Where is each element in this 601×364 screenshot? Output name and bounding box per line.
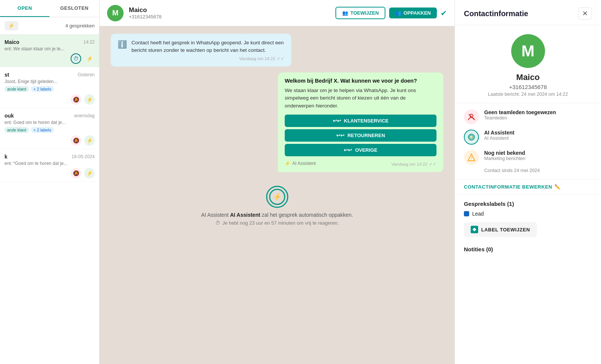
label-icon bbox=[471, 226, 478, 233]
contact-time: woensdag bbox=[74, 113, 95, 118]
bolt-icon: ⚡ bbox=[84, 53, 95, 64]
clock-icon: ⏱ bbox=[215, 220, 220, 226]
header-name: Maico bbox=[129, 6, 330, 14]
system-message-content: Contact heeft het gesprek in WhatsApp ge… bbox=[131, 39, 284, 61]
team-row: Geen teamleden toegewezen Teamleden bbox=[464, 109, 592, 124]
bell-off-icon: 🔕 bbox=[71, 135, 81, 146]
bot-btn-overige[interactable]: ↩↩ OVERIGE bbox=[285, 144, 436, 156]
bot-message-title: Welkom bij Bedrijf X. Wat kunnen we voor… bbox=[285, 78, 436, 84]
contact-name: ouk bbox=[5, 113, 14, 119]
tag: + 2 labels bbox=[31, 86, 54, 92]
notes-section-title: Notities (0) bbox=[455, 243, 601, 256]
gesprekken-count: 4 gesprekken bbox=[65, 23, 95, 29]
profile-phone: +31612345678 bbox=[464, 84, 592, 90]
header-phone: +31612345678 bbox=[129, 14, 330, 20]
ai-assistent-icon: ⚡ bbox=[464, 130, 479, 145]
tab-closed[interactable]: GESLOTEN bbox=[50, 0, 99, 17]
chat-header: M Maico +31612345678 👥 TOEWIJZEN 👥 OPPAK… bbox=[100, 0, 455, 26]
bot-btn-retourneren[interactable]: ↩↩ RETOURNEREN bbox=[285, 129, 436, 142]
svg-text:⚡: ⚡ bbox=[273, 193, 282, 201]
assign-icon: 👥 bbox=[342, 10, 348, 16]
system-message-time: Vandaag om 14:22 ✓✓ bbox=[131, 56, 284, 61]
system-message-text: Contact heeft het gesprek in WhatsApp ge… bbox=[131, 39, 284, 54]
sidebar-header: ⚡ 4 gesprekken bbox=[0, 17, 99, 35]
messages-area: ℹ️ Contact heeft het gesprek in WhatsApp… bbox=[100, 26, 455, 364]
oppakken-button[interactable]: 👥 OPPAKKEN bbox=[389, 8, 437, 18]
profile-avatar: M bbox=[511, 34, 545, 68]
bot-message: Welkom bij Bedrijf X. Wat kunnen we voor… bbox=[278, 72, 443, 172]
svg-text:!: ! bbox=[471, 156, 472, 160]
bolt-icon: ⚡ bbox=[84, 168, 95, 178]
svg-text:⚡: ⚡ bbox=[470, 135, 474, 140]
filter-button[interactable]: ⚡ bbox=[5, 21, 18, 30]
contact-name: k bbox=[5, 154, 8, 160]
assign-label-button[interactable]: LABEL TOEWIJZEN bbox=[464, 222, 537, 237]
bot-message-footer: ⚡ AI Assistent Vandaag om 14:22 ✓✓ bbox=[285, 160, 436, 167]
list-item[interactable]: k 18-05-2024 ent: *Goed om te horen dat … bbox=[0, 149, 99, 182]
panel-title: Contactinformatie bbox=[464, 9, 528, 18]
edit-contact-link[interactable]: CONTACTINFORMATIE BEWERKEN ✏️ bbox=[455, 180, 601, 195]
assign-button[interactable]: 👥 TOEWIJZEN bbox=[335, 7, 386, 19]
system-message: ℹ️ Contact heeft het gesprek in WhatsApp… bbox=[111, 34, 291, 66]
list-item[interactable]: Maico 14:22 ent: We staan klaar om je te… bbox=[0, 35, 99, 67]
contact-list: Maico 14:22 ent: We staan klaar om je te… bbox=[0, 35, 99, 364]
marketing-info: Nog niet bekend Marketing berichten bbox=[484, 150, 525, 161]
chat-main: M Maico +31612345678 👥 TOEWIJZEN 👥 OPPAK… bbox=[100, 0, 455, 364]
contact-preview: ent: We staan klaar om je te... bbox=[5, 46, 80, 51]
sidebar-tabs: OPEN GESLOTEN bbox=[0, 0, 99, 17]
tag: ande klant bbox=[5, 86, 29, 92]
reply-icon: ↩↩ bbox=[344, 147, 352, 153]
assign-label-text: LABEL TOEWIJZEN bbox=[481, 227, 530, 233]
label-item: Lead bbox=[464, 211, 592, 217]
marketing-main: Nog niet bekend bbox=[484, 150, 525, 156]
bot-message-body: We staan klaar om je te helpen via Whats… bbox=[285, 87, 436, 110]
bolt-icon: ⚡ bbox=[84, 94, 95, 105]
labels-area: Lead bbox=[455, 211, 601, 222]
ai-status-box: ⚡ AI Assistent AI Assistent zal het gesp… bbox=[111, 178, 443, 233]
contact-profile: M Maico +31612345678 Laatste bericht: 24… bbox=[455, 25, 601, 103]
ai-sub: AI Assistent bbox=[484, 136, 514, 141]
svg-line-4 bbox=[469, 114, 474, 119]
ai-status-text: AI Assistent AI Assistent zal het gespre… bbox=[126, 212, 428, 218]
info-icon: ℹ️ bbox=[118, 40, 127, 49]
filter-icon: ⚡ bbox=[8, 23, 15, 29]
contact-preview: ent: *Goed om te horen dat je... bbox=[5, 161, 80, 166]
ai-logo: ⚡ bbox=[266, 186, 288, 208]
sidebar: OPEN GESLOTEN ⚡ 4 gesprekken Maico 14:22… bbox=[0, 0, 100, 364]
label-dot bbox=[464, 211, 469, 216]
ai-row: ⚡ AI Assistent AI Assistent bbox=[464, 130, 592, 145]
bell-off-icon: 🔕 bbox=[71, 94, 81, 105]
contact-time: 18-05-2024 bbox=[72, 154, 95, 159]
timer-icon: ⏱ bbox=[71, 53, 81, 64]
team-sub: Teamleden bbox=[484, 115, 556, 121]
header-info: Maico +31612345678 bbox=[129, 6, 330, 20]
list-item[interactable]: st Gisteren Joost, Enige tijd geleden...… bbox=[0, 67, 99, 108]
bolt-icon: ⚡ bbox=[84, 135, 95, 146]
team-main: Geen teamleden toegewezen bbox=[484, 109, 556, 115]
bot-bolt-icon: ⚡ bbox=[285, 161, 290, 166]
contact-preview: ent: Goed om te horen dat je... bbox=[5, 120, 80, 125]
double-check-icon: ✓✓ bbox=[277, 56, 284, 61]
bot-btn-klantenservice[interactable]: ↩↩ KLANTENSERVICE bbox=[285, 115, 436, 127]
oppakken-icon: 👥 bbox=[395, 10, 401, 16]
bot-time: Vandaag om 14:22 ✓✓ bbox=[391, 162, 436, 167]
info-rows: Geen teamleden toegewezen Teamleden ⚡ AI… bbox=[455, 103, 601, 180]
panel-header: Contactinformatie ✕ bbox=[455, 0, 601, 25]
double-check-icon: ✓✓ bbox=[429, 162, 436, 167]
ai-info: AI Assistent AI Assistent bbox=[484, 130, 514, 141]
contact-preview: Joost, Enige tijd geleden... bbox=[5, 79, 80, 84]
bot-agent: ⚡ AI Assistent bbox=[285, 161, 316, 166]
assign-label: TOEWIJZEN bbox=[350, 10, 379, 16]
contact-name: st bbox=[5, 72, 9, 78]
marketing-sub: Marketing berichten bbox=[484, 156, 525, 161]
close-button[interactable]: ✕ bbox=[578, 8, 592, 20]
tab-open[interactable]: OPEN bbox=[0, 0, 50, 17]
tag: + 2 labels bbox=[31, 127, 54, 133]
bell-off-icon: 🔕 bbox=[71, 168, 81, 178]
contact-time: Gisteren bbox=[78, 72, 95, 77]
contact-name: Maico bbox=[5, 39, 20, 45]
bot-btn-overige-label: OVERIGE bbox=[355, 147, 377, 153]
reply-icon: ↩↩ bbox=[333, 118, 341, 124]
avatar: M bbox=[107, 5, 124, 21]
list-item[interactable]: ouk woensdag ent: Goed om te horen dat j… bbox=[0, 108, 99, 149]
